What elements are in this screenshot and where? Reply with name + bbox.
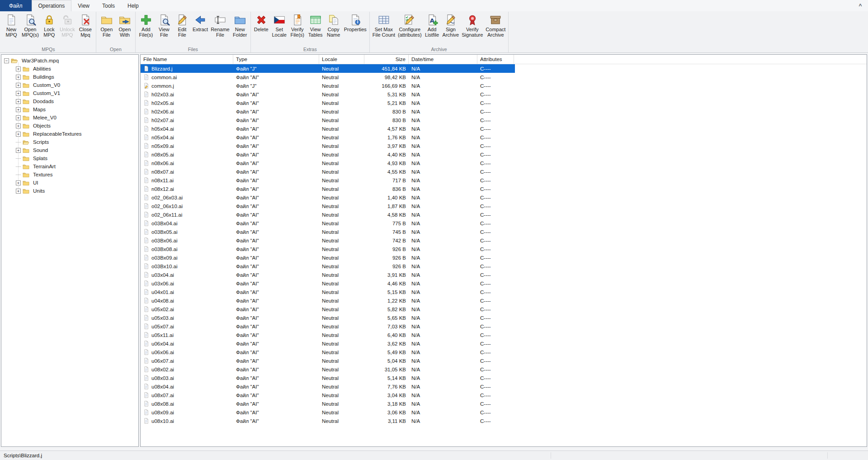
column-header-attributes[interactable]: Attributes bbox=[477, 55, 514, 64]
lock-button[interactable]: LockMPQ bbox=[40, 13, 58, 38]
file-row-o03bx08-ai[interactable]: o03Bx08.aiФайл "AI"Neutral926 BN/AC---- bbox=[141, 245, 515, 253]
delete-button[interactable]: Delete bbox=[252, 13, 270, 33]
file-row-u06x06-ai[interactable]: u06x06.aiФайл "AI"Neutral5,49 KBN/AC---- bbox=[141, 348, 515, 356]
file-row-h05x04-ai[interactable]: h05x04.aiФайл "AI"Neutral4,57 KBN/AC---- bbox=[141, 124, 515, 133]
new-mpq-button[interactable]: NewMPQ bbox=[2, 13, 20, 38]
set-max-button[interactable]: Set MaxFile Count bbox=[371, 13, 396, 38]
file-row-u03x06-ai[interactable]: u03x06.aiФайл "AI"Neutral4,46 KBN/AC---- bbox=[141, 279, 515, 288]
tree-item-terrainart[interactable]: TerrainArt bbox=[4, 162, 138, 171]
tree-item-units[interactable]: +Units bbox=[4, 187, 138, 195]
file-row-common-ai[interactable]: common.aiФайл "AI"Neutral98,42 KBN/AC---… bbox=[141, 73, 515, 81]
edit-file-button[interactable]: EditFile bbox=[173, 13, 191, 38]
open-with-button[interactable]: OpenWith bbox=[116, 13, 134, 38]
file-row-h02x07-ai[interactable]: h02x07.aiФайл "AI"Neutral830 BN/AC---- bbox=[141, 116, 515, 124]
file-row-u06x07-ai[interactable]: u06x07.aiФайл "AI"Neutral5,04 KBN/AC---- bbox=[141, 356, 515, 365]
tree-expand-box[interactable]: + bbox=[16, 66, 21, 71]
tree-item-objects[interactable]: +Objects bbox=[4, 122, 138, 130]
file-row-h02x03-ai[interactable]: h02x03.aiФайл "AI"Neutral5,31 KBN/AC---- bbox=[141, 90, 515, 99]
tree-expand-box[interactable]: + bbox=[16, 83, 21, 88]
file-row-u08x07-ai[interactable]: u08x07.aiФайл "AI"Neutral3,04 KBN/AC---- bbox=[141, 391, 515, 399]
tree-item-abilities[interactable]: +Abilities bbox=[4, 65, 138, 73]
tree-item-maps[interactable]: +Maps bbox=[4, 105, 138, 114]
tab-help[interactable]: Help bbox=[121, 0, 145, 11]
tree-item-doodads[interactable]: +Doodads bbox=[4, 97, 138, 105]
add-files-button[interactable]: AddFile(s) bbox=[137, 13, 155, 38]
tree-expand-box[interactable]: + bbox=[16, 123, 21, 128]
tab-view[interactable]: View bbox=[71, 0, 96, 11]
column-header-date-time[interactable]: Date/time bbox=[409, 55, 477, 64]
file-row-u08x02-ai[interactable]: u08x02.aiФайл "AI"Neutral31,05 KBN/AC---… bbox=[141, 365, 515, 374]
view-tables-button[interactable]: ViewTables bbox=[307, 13, 325, 38]
file-row-n08x06-ai[interactable]: n08x06.aiФайл "AI"Neutral4,93 KBN/AC---- bbox=[141, 159, 515, 167]
tree-expand-box[interactable]: + bbox=[16, 99, 21, 104]
verify-files-button[interactable]: VerifyFile(s) bbox=[288, 13, 307, 38]
file-row-o03bx05-ai[interactable]: o03Bx05.aiФайл "AI"Neutral745 BN/AC---- bbox=[141, 228, 515, 236]
file-row-u05x03-ai[interactable]: u05x03.aiФайл "AI"Neutral5,65 KBN/AC---- bbox=[141, 313, 515, 322]
copy-name-button[interactable]: CopyName bbox=[325, 13, 343, 38]
file-row-u08x04-ai[interactable]: u08x04.aiФайл "AI"Neutral7,76 KBN/AC---- bbox=[141, 382, 515, 391]
tree-item-sound[interactable]: +Sound bbox=[4, 146, 138, 154]
tree-item-scripts[interactable]: Scripts bbox=[4, 138, 138, 146]
file-row-u04x01-ai[interactable]: u04x01.aiФайл "AI"Neutral5,15 KBN/AC---- bbox=[141, 288, 515, 296]
column-header-type[interactable]: Type bbox=[233, 55, 319, 64]
new-folder-button[interactable]: NewFolder bbox=[231, 13, 249, 38]
file-row-blizzard-j[interactable]: Blizzard.jФайл "J"Neutral451,84 KBN/AC--… bbox=[141, 64, 515, 73]
tree-expand-box[interactable]: + bbox=[16, 91, 21, 96]
add-listfile-button[interactable]: AAddListfile bbox=[423, 13, 441, 38]
tree-item-melee-v0[interactable]: +Melee_V0 bbox=[4, 114, 138, 122]
file-row-u05x07-ai[interactable]: u05x07.aiФайл "AI"Neutral7,03 KBN/AC---- bbox=[141, 322, 515, 331]
tree-item-ui[interactable]: +UI bbox=[4, 179, 138, 187]
file-row-u08x10-ai[interactable]: u08x10.aiФайл "AI"Neutral3,11 KBN/AC---- bbox=[141, 417, 515, 425]
file-row-u08x09-ai[interactable]: u08x09.aiФайл "AI"Neutral3,06 KBN/AC---- bbox=[141, 408, 515, 417]
tree-expand-box[interactable]: + bbox=[16, 115, 21, 120]
tab-файл[interactable]: Файл bbox=[0, 0, 32, 11]
file-row-o02-06x10-ai[interactable]: o02_06x10.aiФайл "AI"Neutral1,87 KBN/AC-… bbox=[141, 202, 515, 210]
set-locale-button[interactable]: SetLocale bbox=[270, 13, 288, 38]
file-row-h02x05-ai[interactable]: h02x05.aiФайл "AI"Neutral5,21 KBN/AC---- bbox=[141, 99, 515, 107]
compact-archive-button[interactable]: CompactArchive bbox=[484, 13, 507, 38]
tree-item-buildings[interactable]: +Buildings bbox=[4, 73, 138, 81]
file-row-n08x05-ai[interactable]: n08x05.aiФайл "AI"Neutral4,40 KBN/AC---- bbox=[141, 150, 515, 159]
file-row-o03bx09-ai[interactable]: o03Bx09.aiФайл "AI"Neutral926 BN/AC---- bbox=[141, 253, 515, 262]
properties-button[interactable]: Properties bbox=[343, 13, 368, 33]
tree-expand-box[interactable]: + bbox=[16, 180, 21, 185]
column-header-size[interactable]: Size bbox=[364, 55, 409, 64]
tree-item-custom-v1[interactable]: +Custom_V1 bbox=[4, 89, 138, 97]
file-row-u03x04-ai[interactable]: u03x04.aiФайл "AI"Neutral3,91 KBN/AC---- bbox=[141, 270, 515, 279]
file-row-n08x07-ai[interactable]: n08x07.aiФайл "AI"Neutral4,55 KBN/AC---- bbox=[141, 167, 515, 176]
tab-tools[interactable]: Tools bbox=[96, 0, 121, 11]
file-row-h02x06-ai[interactable]: h02x06.aiФайл "AI"Neutral830 BN/AC---- bbox=[141, 107, 515, 116]
open-mpq-button[interactable]: OpenMPQ(s) bbox=[20, 13, 40, 38]
tree-expand-box[interactable]: + bbox=[16, 107, 21, 112]
file-row-u08x08-ai[interactable]: u08x08.aiФайл "AI"Neutral3,18 KBN/AC---- bbox=[141, 399, 515, 408]
extract-button[interactable]: Extract bbox=[191, 13, 209, 33]
tree-expand-box[interactable]: + bbox=[16, 189, 21, 194]
file-row-u08x03-ai[interactable]: u08x03.aiФайл "AI"Neutral5,14 KBN/AC---- bbox=[141, 374, 515, 382]
file-row-n08x12-ai[interactable]: n08x12.aiФайл "AI"Neutral836 BN/AC---- bbox=[141, 185, 515, 193]
tree-item-custom-v0[interactable]: +Custom_V0 bbox=[4, 81, 138, 89]
close-mpq-button[interactable]: CloseMpq bbox=[76, 13, 94, 38]
column-header-file-name[interactable]: File Name bbox=[141, 55, 233, 64]
open-file-button[interactable]: OpenFile bbox=[98, 13, 116, 38]
file-row-o03bx06-ai[interactable]: o03Bx06.aiФайл "AI"Neutral742 BN/AC---- bbox=[141, 236, 515, 245]
file-row-common-j[interactable]: common.jФайл "J"Neutral166,69 KBN/AC---- bbox=[141, 81, 515, 90]
file-row-o03bx10-ai[interactable]: o03Bx10.aiФайл "AI"Neutral926 BN/AC---- bbox=[141, 262, 515, 270]
tree-item-splats[interactable]: Splats bbox=[4, 154, 138, 162]
verify-signature-button[interactable]: VerifySignature bbox=[460, 13, 484, 38]
file-row-n08x11-ai[interactable]: n08x11.aiФайл "AI"Neutral717 BN/AC---- bbox=[141, 176, 515, 185]
tree-expand-box[interactable]: + bbox=[16, 75, 21, 80]
file-row-u05x11-ai[interactable]: u05x11.aiФайл "AI"Neutral6,40 KBN/AC---- bbox=[141, 331, 515, 339]
tree-item-replaceabletextures[interactable]: +ReplaceableTextures bbox=[4, 130, 138, 138]
file-row-u04x08-ai[interactable]: u04x08.aiФайл "AI"Neutral1,22 KBN/AC---- bbox=[141, 296, 515, 305]
file-row-o02-06x11-ai[interactable]: o02_06x11.aiФайл "AI"Neutral4,58 KBN/AC-… bbox=[141, 210, 515, 219]
tree-item-textures[interactable]: Textures bbox=[4, 171, 138, 179]
configure-button[interactable]: Configure(attributes) bbox=[396, 13, 423, 38]
file-row-o02-06x03-ai[interactable]: o02_06x03.aiФайл "AI"Neutral1,40 KBN/AC-… bbox=[141, 193, 515, 202]
file-row-n05x09-ai[interactable]: n05x09.aiФайл "AI"Neutral3,97 KBN/AC---- bbox=[141, 142, 515, 150]
collapse-ribbon-button[interactable]: ^ bbox=[853, 0, 868, 11]
tree-collapse-box[interactable]: − bbox=[4, 58, 9, 63]
tree-item-war3patch-mpq[interactable]: −War3Patch.mpq bbox=[4, 57, 138, 65]
column-header-locale[interactable]: Locale bbox=[319, 55, 364, 64]
file-row-o03bx04-ai[interactable]: o03Bx04.aiФайл "AI"Neutral775 BN/AC---- bbox=[141, 219, 515, 228]
file-row-n05x04-ai[interactable]: n05x04.aiФайл "AI"Neutral1,76 KBN/AC---- bbox=[141, 133, 515, 142]
